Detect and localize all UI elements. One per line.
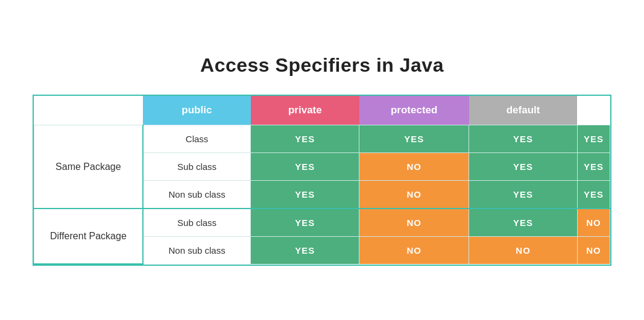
row-label: Sub class bbox=[143, 153, 251, 181]
table-row: Same PackageClassYESYESYESYES bbox=[34, 125, 610, 153]
row-label: Sub class bbox=[143, 209, 251, 237]
cell-private: NO bbox=[359, 209, 469, 237]
cell-protected: YES bbox=[469, 181, 578, 209]
col-header-default: default bbox=[469, 96, 578, 125]
cell-protected: NO bbox=[469, 237, 578, 265]
cell-default: YES bbox=[577, 181, 610, 209]
row-label: Non sub class bbox=[143, 237, 251, 265]
col-header-public: public bbox=[143, 96, 251, 125]
cell-default: NO bbox=[577, 209, 610, 237]
row-label: Class bbox=[143, 125, 251, 153]
cell-protected: YES bbox=[469, 153, 578, 181]
cell-public: YES bbox=[251, 125, 359, 153]
cell-private: YES bbox=[359, 125, 469, 153]
cell-default: YES bbox=[577, 125, 610, 153]
cell-default: YES bbox=[577, 153, 610, 181]
table-row: Different PackageSub classYESNOYESNO bbox=[34, 209, 610, 237]
cell-public: YES bbox=[251, 181, 359, 209]
cell-public: YES bbox=[251, 237, 359, 265]
cell-public: YES bbox=[251, 209, 359, 237]
page-wrapper: Access Specifiers in Java public private… bbox=[0, 42, 644, 278]
group-label: Different Package bbox=[34, 209, 143, 264]
cell-private: NO bbox=[359, 237, 469, 265]
cell-protected: YES bbox=[469, 209, 578, 237]
cell-default: NO bbox=[577, 237, 610, 265]
group-label: Same Package bbox=[34, 125, 143, 209]
col-header-protected: protected bbox=[359, 96, 469, 125]
cell-protected: YES bbox=[469, 125, 578, 153]
col-header-empty bbox=[34, 96, 143, 125]
row-label: Non sub class bbox=[143, 181, 251, 209]
col-header-private: private bbox=[251, 96, 359, 125]
cell-private: NO bbox=[359, 153, 469, 181]
cell-private: NO bbox=[359, 181, 469, 209]
cell-public: YES bbox=[251, 153, 359, 181]
table-container: public private protected default Same Pa… bbox=[33, 95, 611, 266]
page-title: Access Specifiers in Java bbox=[24, 54, 620, 77]
access-specifiers-table: public private protected default Same Pa… bbox=[34, 96, 610, 265]
